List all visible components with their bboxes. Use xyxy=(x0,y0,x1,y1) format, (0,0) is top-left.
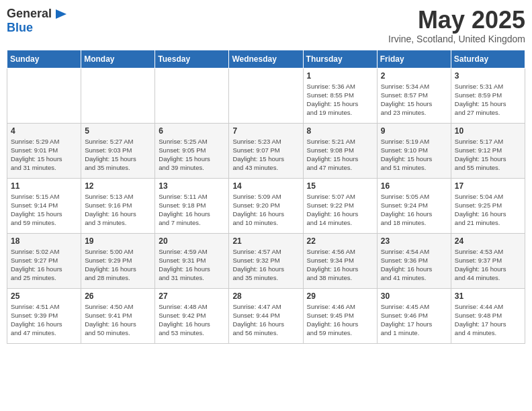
day-info: Sunrise: 5:13 AM Sunset: 9:16 PM Dayligh… xyxy=(85,192,151,228)
day-number: 29 xyxy=(307,291,373,301)
calendar-cell xyxy=(155,68,229,123)
day-info: Sunrise: 5:31 AM Sunset: 8:59 PM Dayligh… xyxy=(455,82,521,118)
day-number: 8 xyxy=(307,126,373,136)
day-number: 4 xyxy=(11,126,77,136)
day-number: 15 xyxy=(307,181,373,191)
day-number: 12 xyxy=(85,181,151,191)
page-header: General Blue May 2025 Irvine, Scotland, … xyxy=(7,7,525,44)
day-number: 11 xyxy=(11,181,77,191)
day-info: Sunrise: 4:45 AM Sunset: 9:46 PM Dayligh… xyxy=(381,302,447,338)
day-number: 1 xyxy=(307,71,373,81)
logo-blue-text: Blue xyxy=(7,21,33,35)
day-number: 17 xyxy=(455,181,521,191)
calendar-table: SundayMondayTuesdayWednesdayThursdayFrid… xyxy=(7,50,525,344)
day-info: Sunrise: 4:44 AM Sunset: 9:48 PM Dayligh… xyxy=(455,302,521,338)
calendar-week-5: 25Sunrise: 4:51 AM Sunset: 9:39 PM Dayli… xyxy=(7,288,525,343)
calendar-cell: 20Sunrise: 4:59 AM Sunset: 9:31 PM Dayli… xyxy=(155,233,229,288)
day-number: 6 xyxy=(159,126,225,136)
day-number: 16 xyxy=(381,181,447,191)
day-number: 31 xyxy=(455,291,521,301)
calendar-cell: 31Sunrise: 4:44 AM Sunset: 9:48 PM Dayli… xyxy=(451,288,525,343)
calendar-cell: 22Sunrise: 4:56 AM Sunset: 9:34 PM Dayli… xyxy=(303,233,377,288)
day-info: Sunrise: 5:29 AM Sunset: 9:01 PM Dayligh… xyxy=(11,137,77,173)
day-number: 3 xyxy=(455,71,521,81)
calendar-cell xyxy=(7,68,81,123)
calendar-cell xyxy=(81,68,155,123)
day-info: Sunrise: 5:07 AM Sunset: 9:22 PM Dayligh… xyxy=(307,192,373,228)
calendar-cell: 11Sunrise: 5:15 AM Sunset: 9:14 PM Dayli… xyxy=(7,178,81,233)
calendar-week-4: 18Sunrise: 5:02 AM Sunset: 9:27 PM Dayli… xyxy=(7,233,525,288)
day-number: 20 xyxy=(159,236,225,246)
day-number: 9 xyxy=(381,126,447,136)
calendar-week-3: 11Sunrise: 5:15 AM Sunset: 9:14 PM Dayli… xyxy=(7,178,525,233)
calendar-cell: 16Sunrise: 5:05 AM Sunset: 9:24 PM Dayli… xyxy=(377,178,451,233)
calendar-cell: 17Sunrise: 5:04 AM Sunset: 9:25 PM Dayli… xyxy=(451,178,525,233)
title-area: May 2025 Irvine, Scotland, United Kingdo… xyxy=(388,7,525,44)
logo-general-text: General xyxy=(7,7,52,21)
calendar-cell: 9Sunrise: 5:19 AM Sunset: 9:10 PM Daylig… xyxy=(377,123,451,178)
day-info: Sunrise: 5:36 AM Sunset: 8:55 PM Dayligh… xyxy=(307,82,373,118)
day-number: 24 xyxy=(455,236,521,246)
calendar-cell: 21Sunrise: 4:57 AM Sunset: 9:32 PM Dayli… xyxy=(229,233,303,288)
calendar-cell: 25Sunrise: 4:51 AM Sunset: 9:39 PM Dayli… xyxy=(7,288,81,343)
calendar-header: SundayMondayTuesdayWednesdayThursdayFrid… xyxy=(7,50,525,68)
calendar-cell: 2Sunrise: 5:34 AM Sunset: 8:57 PM Daylig… xyxy=(377,68,451,123)
day-number: 27 xyxy=(159,291,225,301)
calendar-cell: 29Sunrise: 4:46 AM Sunset: 9:45 PM Dayli… xyxy=(303,288,377,343)
header-day-wednesday: Wednesday xyxy=(229,50,303,68)
day-number: 2 xyxy=(381,71,447,81)
header-day-saturday: Saturday xyxy=(451,50,525,68)
calendar-cell: 12Sunrise: 5:13 AM Sunset: 9:16 PM Dayli… xyxy=(81,178,155,233)
day-number: 23 xyxy=(381,236,447,246)
day-info: Sunrise: 4:54 AM Sunset: 9:36 PM Dayligh… xyxy=(381,247,447,283)
header-day-tuesday: Tuesday xyxy=(155,50,229,68)
day-info: Sunrise: 5:27 AM Sunset: 9:03 PM Dayligh… xyxy=(85,137,151,173)
header-day-monday: Monday xyxy=(81,50,155,68)
day-info: Sunrise: 5:25 AM Sunset: 9:05 PM Dayligh… xyxy=(159,137,225,173)
day-info: Sunrise: 5:34 AM Sunset: 8:57 PM Dayligh… xyxy=(381,82,447,118)
day-info: Sunrise: 5:05 AM Sunset: 9:24 PM Dayligh… xyxy=(381,192,447,228)
day-info: Sunrise: 5:17 AM Sunset: 9:12 PM Dayligh… xyxy=(455,137,521,173)
logo: General Blue xyxy=(7,7,68,35)
day-info: Sunrise: 4:50 AM Sunset: 9:41 PM Dayligh… xyxy=(85,302,151,338)
calendar-cell: 7Sunrise: 5:23 AM Sunset: 9:07 PM Daylig… xyxy=(229,123,303,178)
calendar-cell: 5Sunrise: 5:27 AM Sunset: 9:03 PM Daylig… xyxy=(81,123,155,178)
calendar-cell: 18Sunrise: 5:02 AM Sunset: 9:27 PM Dayli… xyxy=(7,233,81,288)
logo-flag-icon xyxy=(53,7,68,21)
svg-marker-0 xyxy=(56,9,66,19)
day-number: 28 xyxy=(232,291,299,301)
day-number: 22 xyxy=(307,236,373,246)
day-number: 13 xyxy=(159,181,225,191)
day-number: 7 xyxy=(232,126,299,136)
calendar-week-2: 4Sunrise: 5:29 AM Sunset: 9:01 PM Daylig… xyxy=(7,123,525,178)
day-info: Sunrise: 5:15 AM Sunset: 9:14 PM Dayligh… xyxy=(11,192,77,228)
calendar-week-1: 1Sunrise: 5:36 AM Sunset: 8:55 PM Daylig… xyxy=(7,68,525,123)
header-day-friday: Friday xyxy=(377,50,451,68)
day-info: Sunrise: 5:21 AM Sunset: 9:08 PM Dayligh… xyxy=(307,137,373,173)
calendar-subtitle: Irvine, Scotland, United Kingdom xyxy=(388,34,525,44)
calendar-body: 1Sunrise: 5:36 AM Sunset: 8:55 PM Daylig… xyxy=(7,68,525,343)
calendar-cell: 10Sunrise: 5:17 AM Sunset: 9:12 PM Dayli… xyxy=(451,123,525,178)
calendar-cell: 14Sunrise: 5:09 AM Sunset: 9:20 PM Dayli… xyxy=(229,178,303,233)
calendar-cell: 28Sunrise: 4:47 AM Sunset: 9:44 PM Dayli… xyxy=(229,288,303,343)
calendar-cell: 1Sunrise: 5:36 AM Sunset: 8:55 PM Daylig… xyxy=(303,68,377,123)
day-info: Sunrise: 5:04 AM Sunset: 9:25 PM Dayligh… xyxy=(455,192,521,228)
day-info: Sunrise: 4:51 AM Sunset: 9:39 PM Dayligh… xyxy=(11,302,77,338)
day-number: 30 xyxy=(381,291,447,301)
calendar-cell: 24Sunrise: 4:53 AM Sunset: 9:37 PM Dayli… xyxy=(451,233,525,288)
header-day-sunday: Sunday xyxy=(7,50,81,68)
calendar-title: May 2025 xyxy=(388,7,525,34)
day-number: 14 xyxy=(232,181,299,191)
calendar-cell: 6Sunrise: 5:25 AM Sunset: 9:05 PM Daylig… xyxy=(155,123,229,178)
day-info: Sunrise: 5:23 AM Sunset: 9:07 PM Dayligh… xyxy=(232,137,299,173)
calendar-cell: 27Sunrise: 4:48 AM Sunset: 9:42 PM Dayli… xyxy=(155,288,229,343)
day-info: Sunrise: 5:11 AM Sunset: 9:18 PM Dayligh… xyxy=(159,192,225,228)
calendar-cell: 15Sunrise: 5:07 AM Sunset: 9:22 PM Dayli… xyxy=(303,178,377,233)
day-info: Sunrise: 5:19 AM Sunset: 9:10 PM Dayligh… xyxy=(381,137,447,173)
calendar-cell: 4Sunrise: 5:29 AM Sunset: 9:01 PM Daylig… xyxy=(7,123,81,178)
day-info: Sunrise: 5:09 AM Sunset: 9:20 PM Dayligh… xyxy=(232,192,299,228)
calendar-cell: 13Sunrise: 5:11 AM Sunset: 9:18 PM Dayli… xyxy=(155,178,229,233)
day-info: Sunrise: 4:53 AM Sunset: 9:37 PM Dayligh… xyxy=(455,247,521,283)
calendar-cell: 23Sunrise: 4:54 AM Sunset: 9:36 PM Dayli… xyxy=(377,233,451,288)
header-row: SundayMondayTuesdayWednesdayThursdayFrid… xyxy=(7,50,525,68)
